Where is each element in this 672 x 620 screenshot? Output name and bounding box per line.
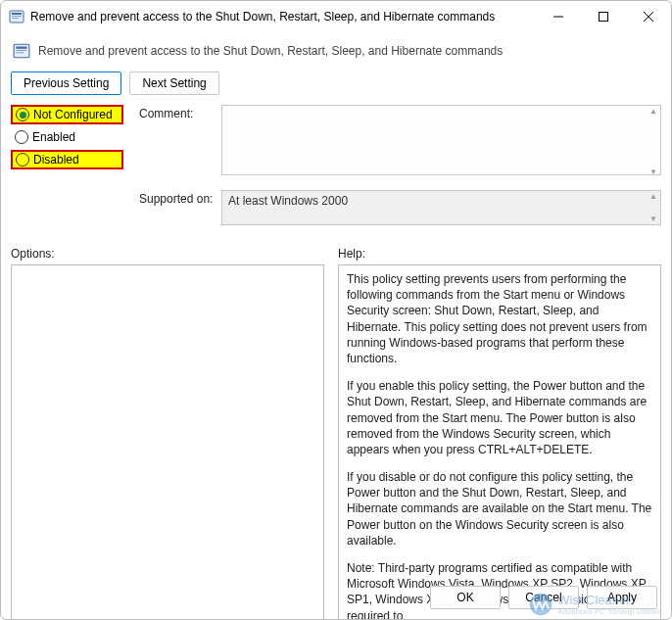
svg-rect-5: [600, 13, 608, 22]
client-area: Remove and prevent access to the Shut Do…: [1, 32, 671, 620]
help-paragraph: If you disable or do not configure this …: [347, 469, 652, 548]
subtitle-row: Remove and prevent access to the Shut Do…: [11, 32, 661, 72]
svg-rect-11: [16, 52, 24, 53]
svg-rect-1: [12, 13, 22, 15]
radio-dot-icon: [16, 108, 29, 121]
lower-panels: Options: Help: This policy setting preve…: [11, 243, 661, 620]
options-box: [11, 264, 324, 620]
radio-label: Disabled: [33, 153, 79, 167]
svg-rect-3: [12, 18, 19, 19]
nav-row: Previous Setting Next Setting: [11, 72, 661, 95]
help-paragraph: This policy setting prevents users from …: [347, 271, 652, 366]
state-radios: Not Configured Enabled Disabled: [11, 105, 123, 237]
options-label: Options:: [11, 243, 324, 264]
policy-icon: [9, 9, 24, 24]
footer-buttons: OK Cancel Apply: [430, 586, 657, 609]
content-top: Not Configured Enabled Disabled Comment:…: [11, 105, 661, 237]
window-buttons: [536, 1, 671, 32]
radio-dot-icon: [15, 130, 28, 144]
cancel-button[interactable]: Cancel: [508, 586, 579, 609]
help-text: This policy setting prevents users from …: [347, 271, 652, 620]
supported-value: At least Windows 2000: [221, 190, 661, 225]
help-column: Help: This policy setting prevents users…: [338, 243, 661, 620]
radio-label: Not Configured: [33, 108, 113, 121]
supported-row: Supported on: At least Windows 2000 ▲ ▼: [139, 190, 661, 225]
comment-input[interactable]: [221, 105, 661, 175]
maximize-button[interactable]: [581, 1, 626, 32]
svg-rect-10: [16, 50, 26, 51]
previous-setting-button[interactable]: Previous Setting: [11, 72, 121, 95]
minimize-button[interactable]: [536, 1, 581, 32]
radio-enabled[interactable]: Enabled: [11, 128, 123, 146]
close-button[interactable]: [626, 1, 671, 32]
supported-label: Supported on:: [139, 190, 221, 206]
help-paragraph: If you enable this policy setting, the P…: [347, 378, 652, 457]
svg-rect-9: [16, 47, 26, 49]
help-box[interactable]: This policy setting prevents users from …: [338, 264, 661, 620]
help-label: Help:: [338, 243, 661, 264]
window-title: Remove and prevent access to the Shut Do…: [30, 10, 536, 24]
radio-label: Enabled: [32, 130, 75, 144]
radio-disabled[interactable]: Disabled: [11, 150, 123, 169]
titlebar: Remove and prevent access to the Shut Do…: [1, 1, 671, 32]
next-setting-button[interactable]: Next Setting: [129, 72, 218, 95]
radio-not-configured[interactable]: Not Configured: [11, 105, 123, 124]
ok-button[interactable]: OK: [430, 586, 501, 609]
comment-label: Comment:: [139, 105, 221, 120]
right-column: Comment: ▲ ▼ Supported on: At least Wind…: [139, 105, 661, 237]
policy-icon: [13, 42, 30, 60]
options-column: Options:: [11, 243, 324, 620]
radio-dot-icon: [16, 153, 29, 167]
comment-row: Comment: ▲ ▼: [139, 105, 661, 178]
subtitle-text: Remove and prevent access to the Shut Do…: [38, 44, 503, 58]
apply-button[interactable]: Apply: [587, 586, 657, 609]
svg-rect-2: [12, 16, 22, 17]
